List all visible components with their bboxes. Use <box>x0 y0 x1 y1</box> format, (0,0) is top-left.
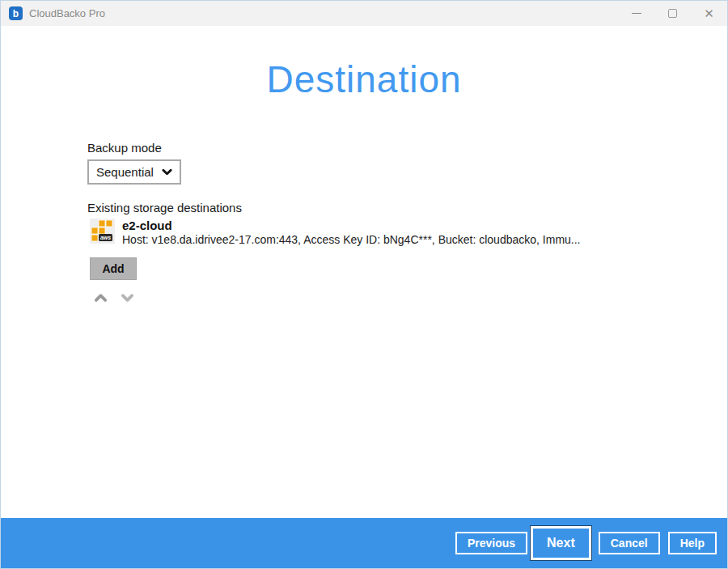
destinations-label: Existing storage destinations <box>87 201 242 214</box>
close-icon: ✕ <box>704 6 714 21</box>
backup-mode-value: Sequential <box>96 165 161 179</box>
window-title: CloudBacko Pro <box>29 7 105 19</box>
minimize-button[interactable] <box>618 1 654 26</box>
next-button[interactable]: Next <box>531 526 591 560</box>
app-window: b CloudBacko Pro ✕ Destination Backup mo… <box>0 0 728 569</box>
aws-icon: aws <box>90 219 115 244</box>
add-button[interactable]: Add <box>90 257 137 280</box>
cancel-button[interactable]: Cancel <box>599 532 660 554</box>
destination-name: e2-cloud <box>122 219 581 232</box>
previous-button[interactable]: Previous <box>455 532 527 554</box>
page-title: Destination <box>1 57 727 101</box>
destination-text: e2-cloud Host: v1e8.da.idrivee2-17.com:4… <box>122 219 581 247</box>
destination-details: Host: v1e8.da.idrivee2-17.com:443, Acces… <box>122 233 581 247</box>
move-up-button[interactable] <box>91 290 109 306</box>
chevron-down-icon <box>121 292 134 304</box>
move-down-button[interactable] <box>118 290 136 306</box>
footer-bar: Previous Next Cancel Help <box>1 518 727 568</box>
close-button[interactable]: ✕ <box>691 1 727 26</box>
maximize-icon <box>668 9 677 18</box>
reorder-controls <box>91 290 136 306</box>
maximize-button[interactable] <box>654 1 691 26</box>
destination-item[interactable]: aws e2-cloud Host: v1e8.da.idrivee2-17.c… <box>90 219 581 247</box>
aws-icon-label: aws <box>100 235 111 240</box>
app-logo-icon: b <box>9 6 23 20</box>
backup-mode-label: Backup mode <box>87 141 162 155</box>
minimize-icon <box>632 13 641 14</box>
chevron-up-icon <box>94 292 108 304</box>
backup-mode-select[interactable]: Sequential <box>87 159 181 185</box>
chevron-down-icon <box>161 166 173 178</box>
window-controls: ✕ <box>618 1 727 26</box>
help-button[interactable]: Help <box>668 532 717 554</box>
titlebar: b CloudBacko Pro ✕ <box>1 1 727 26</box>
